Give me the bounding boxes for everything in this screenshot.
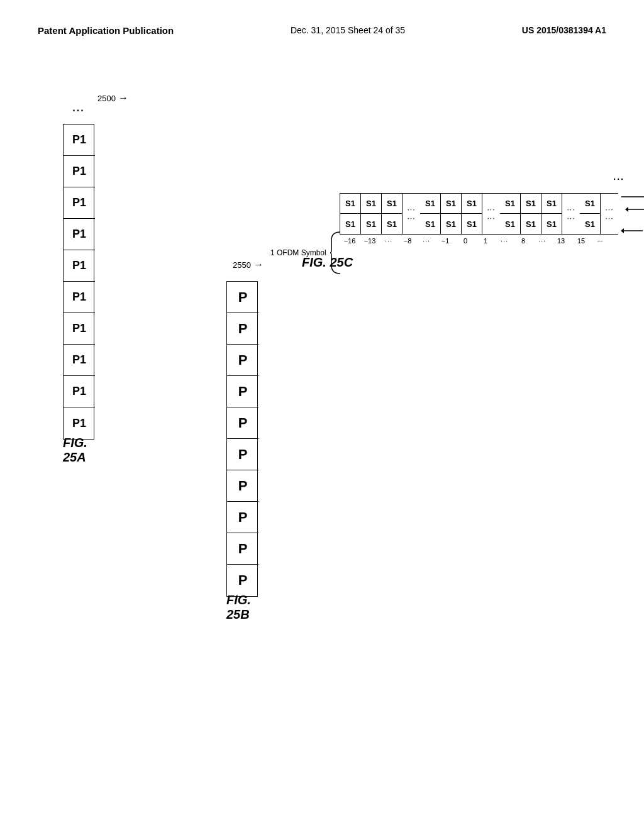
s1-r1-c10: S1 — [521, 194, 541, 214]
p-cell-6: P — [227, 439, 258, 470]
tone-dots-3: ··· — [496, 237, 513, 245]
tone-num-0: 0 — [455, 237, 475, 245]
p1-cell-3: P1 — [64, 187, 95, 219]
fig25c-container: ··· S1 S1 S1 S1 S1 S1 ··· ··· — [340, 193, 618, 245]
page-header: Patent Application Publication Dec. 31, … — [0, 0, 644, 36]
p-cell-4: P — [227, 376, 258, 407]
p-cell-9: P — [227, 533, 258, 565]
tone-dots-1: ··· — [380, 237, 397, 245]
p-cell-1: P — [227, 282, 258, 313]
p1-cell-5: P1 — [64, 250, 95, 282]
s1-r2-c6: S1 — [441, 214, 461, 234]
publication-number: US 2015/0381394 A1 — [522, 25, 606, 35]
s1-r2-c7: S1 — [462, 214, 482, 234]
p1-cell-10: P1 — [64, 407, 95, 439]
s1-r2-c11: S1 — [541, 214, 562, 234]
s1-col-13: S1 S1 — [580, 193, 601, 235]
s1-r2-c10: S1 — [521, 214, 541, 234]
s1-col-6: S1 S1 — [441, 193, 462, 235]
s1-r2-c13: S1 — [580, 214, 600, 234]
p-cell-3: P — [227, 345, 258, 376]
p1-cell-9: P1 — [64, 376, 95, 407]
fig25a-reference: 2500 → — [97, 92, 128, 104]
fig25a-container: ··· 2500 → P1 P1 P1 P1 P1 P1 P1 P1 P1 P1… — [63, 124, 94, 440]
s1-r1-c1: S1 — [340, 194, 360, 214]
s1-r2-c9: S1 — [500, 214, 520, 234]
s1-col-2: S1 S1 — [361, 193, 382, 235]
p-cell-2: P — [227, 313, 258, 345]
tone-dots-5: ··· — [591, 237, 609, 245]
s1-col-9: S1 S1 — [500, 193, 521, 235]
s1-col-11: S1 S1 — [541, 193, 562, 235]
p1-cell-6: P1 — [64, 282, 95, 313]
p1-cell-7: P1 — [64, 313, 95, 345]
fig25a-column: P1 P1 P1 P1 P1 P1 P1 P1 P1 P1 — [63, 124, 94, 440]
tone-dots-4: ··· — [533, 237, 551, 245]
p1-cell-4: P1 — [64, 219, 95, 250]
arrow-icon-b: → — [253, 259, 264, 270]
fig25a-label: FIG. 25A — [63, 436, 94, 465]
tone-num-15: 15 — [571, 237, 591, 245]
s1-col-dots2: ··· ··· — [482, 193, 500, 235]
tone-index-arrow-svg — [621, 191, 644, 203]
tone-num-neg8: −8 — [397, 237, 418, 245]
tone8-arrow: 8 — [625, 204, 644, 214]
fig25b-container: 2550 → P P P P P P P P P P FIG. 25B — [226, 281, 258, 597]
s1-r1-c9: S1 — [500, 194, 520, 214]
s1-col-10: S1 S1 — [521, 193, 541, 235]
fig25c-grid: S1 S1 S1 S1 S1 S1 ··· ··· S1 S1 — [340, 193, 618, 235]
tone-numbers-row: −16 −13 ··· −8 ··· −1 0 1 ··· 8 ··· 13 1… — [340, 237, 618, 245]
fig25a-dots: ··· — [72, 105, 84, 116]
p-cell-8: P — [227, 502, 258, 533]
tone-neg8-arrow-svg — [621, 226, 644, 236]
fig25c-dots-top: ··· — [613, 174, 625, 184]
p-cell-5: P — [227, 407, 258, 439]
s1-r1-c6: S1 — [441, 194, 461, 214]
tone-neg8-arrow: −8 — [621, 226, 644, 236]
tone-num-neg16: −16 — [340, 237, 360, 245]
svg-marker-3 — [625, 207, 628, 212]
tone-num-13: 13 — [551, 237, 571, 245]
s1-r2-c3: S1 — [382, 214, 402, 234]
fig25b-label: FIG. 25B — [226, 593, 258, 622]
fig25b-reference: 2550 → — [233, 259, 264, 270]
main-content: ··· 2500 → P1 P1 P1 P1 P1 P1 P1 P1 P1 P1… — [0, 48, 644, 816]
tone-num-neg13: −13 — [360, 237, 380, 245]
tone-num-8: 8 — [513, 237, 533, 245]
s1-col-1: S1 S1 — [340, 193, 361, 235]
fig25b-column: P P P P P P P P P P — [226, 281, 258, 597]
tone8-arrow-svg — [625, 204, 644, 214]
publication-info: Dec. 31, 2015 Sheet 24 of 35 — [291, 25, 405, 35]
s1-r2-c5: S1 — [420, 214, 440, 234]
p1-cell-2: P1 — [64, 156, 95, 187]
svg-marker-5 — [621, 228, 624, 233]
s1-r1-c11: S1 — [541, 194, 562, 214]
s1-r2-c2: S1 — [361, 214, 381, 234]
p-cell-10: P — [227, 565, 258, 596]
tone-num-1: 1 — [475, 237, 496, 245]
p1-cell-8: P1 — [64, 345, 95, 376]
arrow-icon: → — [118, 92, 128, 104]
p1-cell-1: P1 — [64, 124, 95, 156]
s1-col-dots4: ··· ··· — [601, 193, 618, 235]
s1-col-7: S1 S1 — [462, 193, 482, 235]
tone-dots-2: ··· — [418, 237, 435, 245]
s1-col-dots1: ··· ··· — [402, 193, 420, 235]
s1-r1-c2: S1 — [361, 194, 381, 214]
s1-r1-c5: S1 — [420, 194, 440, 214]
s1-r1-c7: S1 — [462, 194, 482, 214]
s1-r1-c3: S1 — [382, 194, 402, 214]
s1-r2-c1: S1 — [340, 214, 360, 234]
s1-r1-c13: S1 — [580, 194, 600, 214]
fig25c-label: FIG. 25C — [302, 255, 353, 270]
p-cell-7: P — [227, 470, 258, 502]
tone-num-neg1: −1 — [435, 237, 455, 245]
s1-col-3: S1 S1 — [382, 193, 402, 235]
s1-col-5: S1 S1 — [420, 193, 441, 235]
publication-title: Patent Application Publication — [38, 25, 174, 36]
s1-col-dots3: ··· ··· — [562, 193, 580, 235]
